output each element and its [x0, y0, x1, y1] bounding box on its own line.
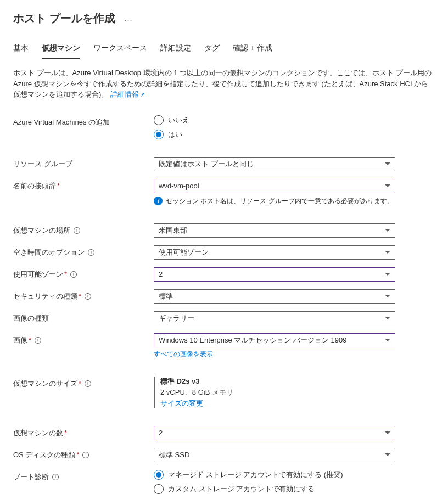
show-all-images-link[interactable]: すべての画像を表示 [154, 350, 213, 359]
required-indicator: * [79, 379, 81, 388]
radio-icon [154, 115, 164, 125]
resource-group-label: リソース グループ [13, 159, 72, 169]
vm-size-label: 仮想マシンのサイズ [13, 379, 77, 389]
learn-more-link[interactable]: 詳細情報↗ [110, 90, 145, 98]
chevron-down-icon [385, 251, 390, 254]
info-icon[interactable]: i [82, 452, 89, 458]
vm-location-label: 仮想マシンの場所 [13, 226, 70, 235]
vm-location-select[interactable]: 米国東部 [154, 223, 395, 238]
radio-label: いいえ [168, 115, 189, 125]
add-vm-radio-no[interactable]: いいえ [154, 115, 395, 125]
radio-label: はい [168, 130, 182, 139]
required-indicator: * [29, 336, 31, 344]
chevron-down-icon [385, 273, 390, 276]
required-indicator: * [76, 451, 79, 459]
name-prefix-info: i セッション ホスト名は、リソース グループ内で一意である必要があります。 [154, 197, 395, 206]
tab-basic[interactable]: 基本 [13, 41, 29, 59]
radio-label: マネージド ストレージ アカウントで有効にする (推奨) [168, 470, 343, 480]
tab-bar: 基本 仮想マシン ワークスペース 詳細設定 タグ 確認 + 作成 [13, 41, 435, 59]
vm-size-specs: 2 vCPU、8 GiB メモリ [160, 388, 395, 397]
info-icon[interactable]: i [74, 227, 80, 234]
vm-count-label: 仮想マシンの数 [13, 428, 63, 438]
external-link-icon: ↗ [140, 91, 145, 98]
change-size-link[interactable]: サイズの変更 [160, 398, 203, 408]
vm-size-name: 標準 D2s v3 [160, 377, 395, 386]
security-type-select[interactable]: 標準 [154, 289, 395, 304]
avail-option-label: 空き時間のオプション [13, 248, 85, 257]
chevron-down-icon [385, 229, 390, 232]
info-icon[interactable]: i [88, 249, 94, 256]
name-prefix-input[interactable]: wvd-vm-pool [154, 179, 395, 193]
required-indicator: * [64, 270, 67, 278]
required-indicator: * [79, 292, 81, 300]
add-vm-radio-yes[interactable]: はい [154, 130, 395, 139]
tab-vm[interactable]: 仮想マシン [42, 41, 80, 59]
tab-tags[interactable]: タグ [204, 41, 220, 59]
resource-group-select[interactable]: 既定値はホスト プールと同じ [154, 157, 395, 171]
info-icon[interactable]: i [70, 271, 77, 278]
image-select[interactable]: Windows 10 Enterprise マルチセッション バージョン 190… [154, 333, 395, 347]
security-type-label: セキュリティの種類 [13, 291, 77, 301]
boot-diag-label: ブート診断 [13, 472, 49, 482]
boot-diag-radio-managed[interactable]: マネージド ストレージ アカウントで有効にする (推奨) [154, 470, 395, 480]
more-actions-button[interactable]: … [124, 14, 133, 24]
info-icon: i [154, 197, 163, 205]
page-title: ホスト プールを作成 [13, 11, 115, 26]
add-vm-label: Azure Virtual Machines の追加 [13, 117, 110, 127]
image-label: 画像 [13, 335, 27, 345]
tab-advanced[interactable]: 詳細設定 [160, 41, 191, 59]
radio-label: カスタム ストレージ アカウントで有効にする [168, 484, 315, 494]
vm-count-input[interactable]: 2 [154, 426, 395, 440]
chevron-down-icon [385, 295, 390, 297]
image-type-label: 画像の種類 [13, 313, 49, 323]
name-prefix-label: 名前の接頭辞 [13, 181, 56, 191]
avail-option-select[interactable]: 使用可能ゾーン [154, 245, 395, 260]
image-type-select[interactable]: ギャラリー [154, 311, 395, 325]
chevron-down-icon [385, 339, 390, 341]
info-icon[interactable]: i [85, 380, 91, 387]
tab-workspace[interactable]: ワークスペース [93, 41, 147, 59]
chevron-down-icon [385, 431, 390, 434]
info-icon[interactable]: i [85, 293, 91, 300]
chevron-down-icon [385, 184, 390, 187]
avail-zone-label: 使用可能ゾーン [13, 270, 63, 279]
os-disk-label: OS ディスクの種類 [13, 450, 75, 460]
required-indicator: * [64, 429, 67, 437]
chevron-down-icon [385, 453, 390, 456]
tab-review[interactable]: 確認 + 作成 [233, 41, 272, 59]
os-disk-select[interactable]: 標準 SSD [154, 448, 395, 462]
boot-diag-radio-custom[interactable]: カスタム ストレージ アカウントで有効にする [154, 484, 395, 494]
chevron-down-icon [385, 162, 390, 165]
info-icon[interactable]: i [52, 474, 59, 480]
info-icon[interactable]: i [35, 337, 41, 344]
radio-icon [154, 484, 164, 494]
avail-zone-select[interactable]: 2 [154, 267, 395, 282]
chevron-down-icon [385, 317, 390, 319]
description-text: ホスト プールは、Azure Virtual Desktop 環境内の 1 つ以… [13, 68, 435, 100]
vm-size-display: 標準 D2s v3 2 vCPU、8 GiB メモリ サイズの変更 [154, 377, 395, 408]
radio-icon [154, 130, 164, 139]
radio-icon [154, 470, 164, 480]
required-indicator: * [57, 182, 60, 190]
